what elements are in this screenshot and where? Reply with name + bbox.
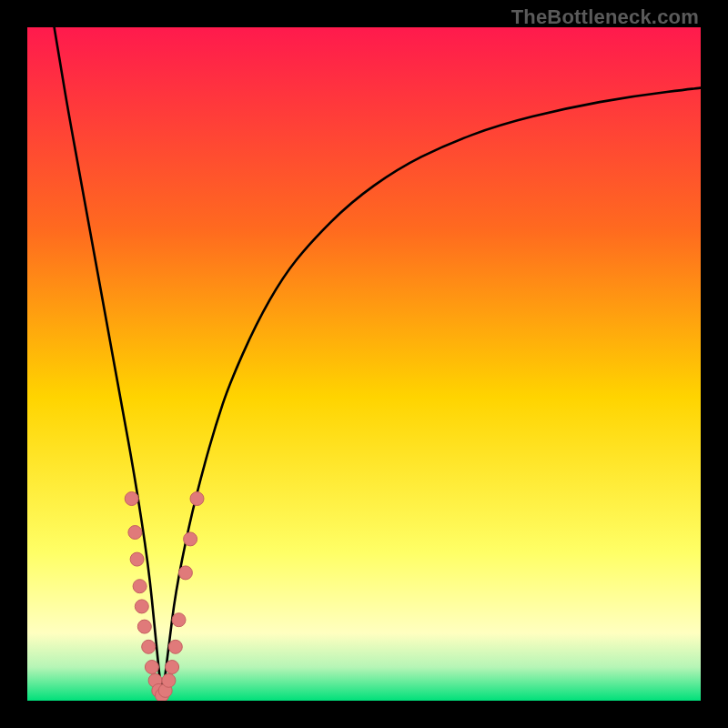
sample-dot (172, 613, 186, 627)
sample-dot (142, 640, 156, 653)
sample-dots-group (125, 492, 204, 702)
watermark-text: TheBottleneck.com (511, 5, 699, 29)
sample-dot (162, 673, 176, 687)
sample-dot (130, 552, 144, 566)
chart-frame: TheBottleneck.com (0, 0, 728, 728)
sample-dot (190, 492, 204, 506)
bottleneck-curve (55, 27, 701, 686)
sample-dot (128, 526, 142, 540)
chart-svg (27, 27, 701, 701)
sample-dot (133, 580, 147, 593)
sample-dot (145, 661, 158, 674)
sample-dot (184, 532, 197, 546)
sample-dot (125, 492, 138, 506)
plot-area (27, 27, 701, 701)
sample-dot (178, 566, 192, 580)
sample-dot (166, 661, 179, 674)
sample-dot (135, 600, 148, 613)
sample-dot (168, 640, 182, 653)
sample-dot (137, 620, 151, 633)
